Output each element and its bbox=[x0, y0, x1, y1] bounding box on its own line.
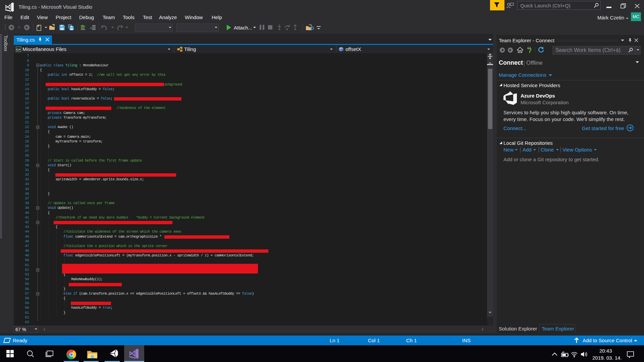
svg-text:C#: C# bbox=[16, 48, 20, 51]
